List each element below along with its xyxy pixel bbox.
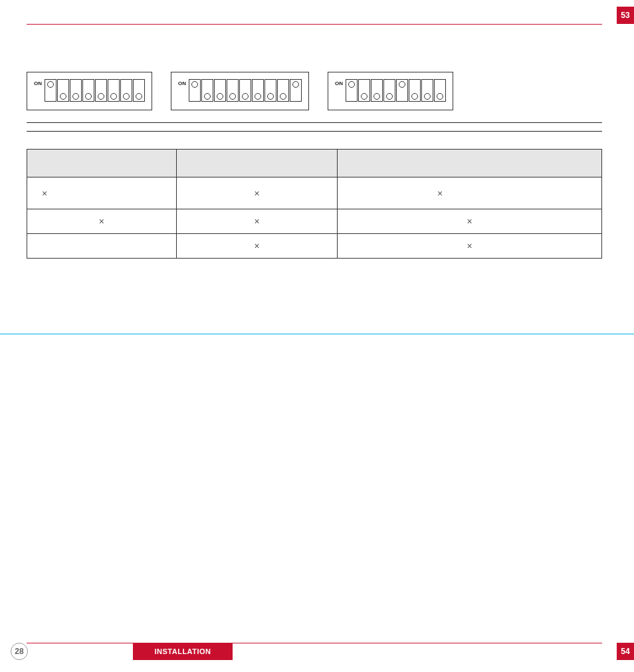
dip-knob-icon	[411, 93, 418, 100]
cross-icon: ×	[467, 241, 472, 251]
dip-switch-5	[239, 79, 251, 102]
dip-switch-2	[201, 79, 213, 102]
table-cell: ×	[27, 209, 177, 234]
table-cell: ×	[176, 234, 337, 259]
dip-on-label: ON	[335, 80, 343, 86]
footer-section-tab: INSTALLATION	[133, 643, 233, 660]
dip-switch-8	[277, 79, 289, 102]
cross-icon: ×	[254, 188, 259, 199]
dip-switch-6	[252, 79, 264, 102]
dip-switch-4	[383, 79, 395, 102]
dip-switch-4	[82, 79, 94, 102]
dip-switch-7	[120, 79, 132, 102]
dip-knob-icon	[60, 93, 66, 100]
table-header-2	[176, 150, 337, 177]
dip-knob-icon	[98, 93, 104, 100]
dip-switch-5	[95, 79, 107, 102]
divider-rule-1	[27, 122, 602, 123]
dip-knob-icon	[204, 93, 211, 100]
table-cell: ×	[176, 209, 337, 234]
table-cell	[27, 234, 177, 259]
cross-icon: ×	[437, 188, 443, 199]
table-header-1	[27, 150, 177, 177]
dip-switch-4	[227, 79, 239, 102]
spec-table: ××××××××	[27, 149, 602, 259]
dip-knob-icon	[242, 93, 249, 100]
dip-bank-1: ON	[27, 72, 152, 110]
content-area: ONONON ××××××××	[27, 72, 602, 259]
page-tab-bottom: 54	[617, 643, 634, 660]
dip-knob-icon	[424, 93, 431, 100]
footer: 28 INSTALLATION	[0, 643, 634, 660]
cross-icon: ×	[254, 216, 259, 227]
cross-icon: ×	[467, 216, 472, 227]
table-cell: ×	[338, 209, 602, 234]
dip-knob-icon	[348, 81, 355, 88]
dip-knob-icon	[136, 93, 142, 100]
dip-knob-icon	[123, 93, 130, 100]
table-cell: ×	[27, 177, 177, 209]
dip-switch-strip	[189, 79, 302, 102]
dip-knob-icon	[437, 93, 443, 100]
dip-knob-icon	[361, 93, 368, 100]
dip-switch-5	[396, 79, 408, 102]
dip-on-label: ON	[178, 80, 186, 86]
dip-switch-row: ONONON	[27, 72, 602, 110]
dip-knob-icon	[85, 93, 92, 100]
dip-knob-icon	[229, 93, 236, 100]
dip-switch-3	[70, 79, 82, 102]
dip-switch-3	[371, 79, 383, 102]
dip-switch-strip	[45, 79, 145, 102]
dip-knob-icon	[255, 93, 261, 100]
dip-knob-icon	[373, 93, 380, 100]
table-header-3	[338, 150, 602, 177]
dip-knob-icon	[399, 81, 405, 88]
footer-rule	[27, 643, 602, 643]
dip-knob-icon	[280, 93, 286, 100]
page-tab-top: 53	[617, 7, 634, 24]
dip-switch-2	[358, 79, 370, 102]
table-row: ××	[27, 234, 602, 259]
dip-knob-icon	[292, 81, 299, 88]
cross-icon: ×	[254, 241, 259, 251]
dip-switch-7	[264, 79, 276, 102]
dip-knob-icon	[267, 93, 274, 100]
table-row: ×××	[27, 177, 602, 209]
dip-switch-8	[133, 79, 145, 102]
dip-switch-3	[214, 79, 226, 102]
cross-icon: ×	[99, 216, 104, 227]
footer-page-circle: 28	[11, 643, 28, 660]
dip-bank-2: ON	[171, 72, 309, 110]
dip-switch-6	[409, 79, 421, 102]
dip-knob-icon	[72, 93, 79, 100]
dip-switch-1	[189, 79, 201, 102]
dip-switch-6	[108, 79, 120, 102]
top-rule	[27, 24, 602, 25]
dip-knob-icon	[47, 81, 54, 88]
dip-switch-strip	[346, 79, 446, 102]
cross-icon: ×	[42, 188, 47, 199]
dip-switch-1	[45, 79, 56, 102]
divider-rule-2	[27, 131, 602, 132]
dip-switch-1	[346, 79, 358, 102]
table-cell: ×	[338, 234, 602, 259]
cyan-separator	[0, 334, 634, 334]
dip-knob-icon	[386, 93, 393, 100]
table-cell: ×	[176, 177, 337, 209]
table-cell: ×	[338, 177, 602, 209]
dip-switch-2	[57, 79, 69, 102]
dip-knob-icon	[191, 81, 198, 88]
dip-switch-8	[434, 79, 446, 102]
dip-switch-7	[421, 79, 433, 102]
dip-bank-3: ON	[328, 72, 453, 110]
table-header-row	[27, 150, 602, 177]
table-row: ×××	[27, 209, 602, 234]
dip-knob-icon	[110, 93, 117, 100]
dip-on-label: ON	[34, 80, 42, 86]
dip-switch-9	[290, 79, 302, 102]
dip-knob-icon	[217, 93, 223, 100]
